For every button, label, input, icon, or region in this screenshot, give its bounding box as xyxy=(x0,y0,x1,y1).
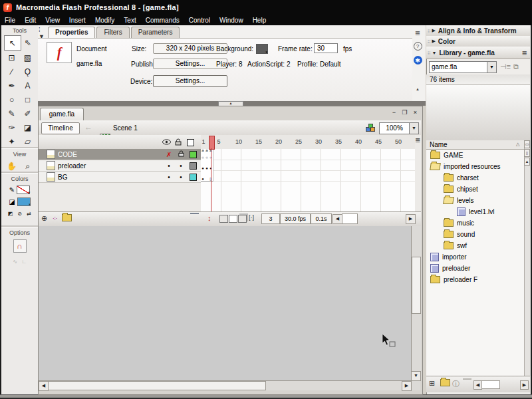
subselection-tool[interactable]: ⇖ xyxy=(20,35,36,49)
library-item[interactable]: preloader xyxy=(426,263,524,274)
layer-name[interactable]: BG xyxy=(58,174,67,181)
new-folder-icon[interactable] xyxy=(440,379,450,388)
library-item[interactable]: importer xyxy=(426,251,524,263)
properties-icon[interactable]: ⓘ xyxy=(452,379,460,389)
default-colors-button[interactable]: ◩ xyxy=(7,210,15,217)
new-symbol-icon[interactable]: ⊞ xyxy=(429,379,435,388)
library-item-label[interactable]: level1.lvl xyxy=(469,208,494,215)
timeline-menu-icon[interactable]: ≣ xyxy=(415,136,424,144)
no-color-button[interactable]: ⊘ xyxy=(16,210,24,217)
scene-label[interactable]: Scene 1 xyxy=(113,124,138,132)
onion-skin-icon[interactable] xyxy=(219,215,228,223)
oval-tool[interactable]: ○ xyxy=(4,92,20,106)
panel-gripper[interactable]: ⁞⁞ xyxy=(428,39,430,45)
close-icon[interactable]: × xyxy=(411,108,420,116)
scroll-right-icon[interactable]: ▶ xyxy=(402,381,412,391)
outline-icon[interactable] xyxy=(186,138,195,146)
collapse-panel-icon[interactable]: ▲ xyxy=(416,87,420,91)
paint-bucket-tool[interactable]: ◪ xyxy=(20,120,36,134)
eraser-tool[interactable]: ▱ xyxy=(20,134,36,148)
library-item[interactable]: level1.lvl xyxy=(426,206,524,217)
library-item-label[interactable]: charset xyxy=(457,174,479,182)
line-tool[interactable]: ∕ xyxy=(4,65,20,78)
library-hscroll-thumb[interactable] xyxy=(481,380,500,389)
layer-unlocked-dot[interactable]: • xyxy=(176,162,186,170)
framerate-input[interactable]: 30 xyxy=(314,43,338,53)
free-transform-tool[interactable]: ⊡ xyxy=(4,51,20,65)
timeline-toggle-button[interactable]: Timeline xyxy=(41,122,80,134)
menu-item-edit[interactable]: Edit xyxy=(20,16,41,25)
library-scrollbar[interactable] xyxy=(524,140,531,376)
hand-tool[interactable]: ✋ xyxy=(4,159,20,173)
menu-item-window[interactable]: Window xyxy=(215,16,248,25)
pencil-tool[interactable]: ✎ xyxy=(4,106,20,120)
layer-outline-color-swatch[interactable] xyxy=(188,162,198,170)
library-item-label[interactable]: music xyxy=(457,219,474,227)
help-icon[interactable]: ? xyxy=(414,42,422,51)
tab-parameters[interactable]: Parameters xyxy=(131,27,180,38)
menu-item-insert[interactable]: Insert xyxy=(65,16,90,25)
scroll-left-icon[interactable]: ◀ xyxy=(39,381,49,391)
text-tool[interactable]: A xyxy=(20,78,36,92)
edit-symbols-icon[interactable] xyxy=(366,124,375,132)
menu-item-commands[interactable]: Commands xyxy=(141,16,184,25)
onion-outlines-icon[interactable] xyxy=(229,215,237,223)
horizontal-scroll-thumb[interactable] xyxy=(48,381,266,390)
library-item-label[interactable]: sound xyxy=(457,231,475,238)
library-item-label[interactable]: GAME xyxy=(444,152,463,159)
chevron-down-icon[interactable]: ▼ xyxy=(409,123,418,134)
rectangle-tool[interactable]: □ xyxy=(20,92,36,106)
lasso-tool[interactable]: Ǫ xyxy=(20,65,36,78)
tab-properties[interactable]: Properties xyxy=(48,27,95,38)
restore-icon[interactable]: ❐ xyxy=(400,108,409,116)
panel-gripper[interactable]: ⁞⁞ xyxy=(428,50,430,56)
document-tab[interactable]: game.fla xyxy=(40,108,84,120)
layer-name[interactable]: CODE xyxy=(58,151,77,158)
timeline-scroll-left-icon[interactable]: ◀ xyxy=(332,214,342,224)
brush-tool[interactable]: ✐ xyxy=(20,106,36,120)
layer-hidden-icon[interactable]: ✗ xyxy=(164,151,174,158)
sort-order-icon[interactable]: △ xyxy=(516,142,519,147)
chevron-down-icon[interactable]: ▼ xyxy=(487,62,496,72)
library-item-label[interactable]: chipset xyxy=(457,186,478,193)
modify-onion-markers-icon[interactable]: [·] xyxy=(249,214,254,221)
timeline-ruler[interactable]: 15101520253035404550 xyxy=(201,135,415,150)
scroll-up-icon[interactable]: ▲ xyxy=(524,158,530,166)
eyedropper-tool[interactable]: ✦ xyxy=(4,134,20,148)
background-color-swatch[interactable]: ▾ xyxy=(256,44,268,54)
vertical-scroll-thumb[interactable] xyxy=(412,257,421,314)
menu-item-text[interactable]: Text xyxy=(119,16,140,25)
pin-library-icon[interactable]: ⊣≡ xyxy=(500,63,511,71)
straighten-button[interactable]: ∟ xyxy=(21,258,29,265)
library-wide-view-icon[interactable]: ▭ xyxy=(524,140,530,148)
doc-name-field[interactable]: game.fla xyxy=(76,60,102,67)
library-item[interactable]: charset xyxy=(426,172,524,184)
playhead-handle[interactable] xyxy=(209,136,215,150)
library-document-dropdown[interactable]: game.fla ▼ xyxy=(429,61,497,73)
layer-outline-color-swatch[interactable] xyxy=(188,173,198,181)
library-item[interactable]: swf xyxy=(426,240,524,251)
menu-item-view[interactable]: View xyxy=(41,16,65,25)
menu-item-control[interactable]: Control xyxy=(184,16,215,25)
library-item-label[interactable]: levels xyxy=(457,197,474,204)
layer-visible-dot[interactable]: • xyxy=(164,174,174,181)
library-item[interactable]: chipset xyxy=(426,184,524,195)
layer-unlocked-dot[interactable]: • xyxy=(176,174,186,181)
zoom-dropdown[interactable]: 100% ▼ xyxy=(379,122,419,134)
timeline-scroll-thumb[interactable] xyxy=(342,213,358,224)
ink-bottle-tool[interactable]: ✑ xyxy=(4,120,20,134)
library-item[interactable]: music xyxy=(426,217,524,229)
library-narrow-view-icon[interactable]: ▯ xyxy=(524,149,530,157)
menu-item-help[interactable]: Help xyxy=(248,16,271,25)
library-name-column-header[interactable]: Name xyxy=(426,140,524,150)
swap-colors-button[interactable]: ⇄ xyxy=(25,210,33,217)
lock-icon[interactable] xyxy=(174,138,183,146)
align-info-transform-panel-header[interactable]: ⁞⁞ ▶ Align & Info & Transform xyxy=(426,25,530,37)
menu-item-file[interactable]: File xyxy=(0,16,20,25)
library-panel-header[interactable]: ⁞⁞ ▼ Library - game.fla ≣ xyxy=(426,47,530,59)
insert-layer-icon[interactable]: ⊕ xyxy=(41,214,47,223)
snap-to-objects-button[interactable]: ∩ xyxy=(13,239,27,253)
color-panel-header[interactable]: ⁞⁞ ▶ Color xyxy=(426,36,530,47)
selection-tool[interactable]: ↖ xyxy=(4,35,21,51)
library-item[interactable]: preloader F xyxy=(426,274,524,285)
